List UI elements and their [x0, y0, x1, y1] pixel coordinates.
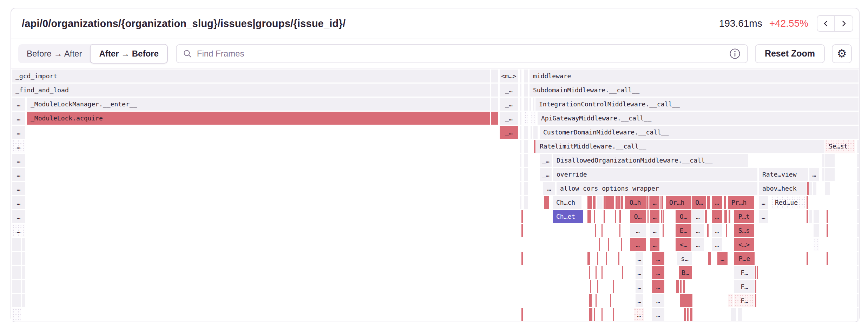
flame-frame[interactable]: …: [692, 224, 704, 237]
flame-frame[interactable]: [596, 266, 597, 279]
flame-frame[interactable]: [755, 280, 756, 293]
flame-frame[interactable]: [619, 224, 620, 237]
flame-frame[interactable]: [622, 266, 623, 279]
flame-frame[interactable]: _…: [500, 112, 518, 125]
flame-frame[interactable]: [534, 140, 535, 153]
flame-frame[interactable]: [827, 252, 828, 265]
flame-frame[interactable]: Red…ue: [771, 196, 805, 209]
flame-frame[interactable]: SubdomainMiddleware.__call__: [530, 84, 859, 97]
flame-frame[interactable]: [587, 196, 592, 209]
flame-frame[interactable]: [610, 294, 611, 307]
flame-frame[interactable]: [596, 294, 597, 307]
flame-frame[interactable]: [524, 70, 528, 83]
flame-frame[interactable]: [589, 294, 592, 307]
flame-frame[interactable]: [615, 210, 616, 223]
flame-frame[interactable]: [593, 196, 596, 209]
flame-frame[interactable]: [520, 168, 521, 181]
flame-frame[interactable]: [660, 196, 662, 209]
flame-frame[interactable]: …: [652, 308, 664, 321]
flame-frame[interactable]: [825, 182, 830, 195]
flame-frame[interactable]: <…: [676, 238, 691, 251]
flame-frame[interactable]: [807, 252, 808, 265]
flame-frame[interactable]: …: [809, 168, 819, 181]
flame-frame[interactable]: DisallowedOrganizationMiddleware.__call_…: [553, 154, 748, 167]
flame-frame[interactable]: [12, 266, 21, 279]
flame-frame[interactable]: [857, 224, 859, 237]
flame-frame[interactable]: Rate…view: [759, 168, 808, 181]
toggle-before-after[interactable]: Before → After: [18, 44, 90, 63]
flame-frame[interactable]: [857, 252, 858, 265]
flame-frame[interactable]: [521, 224, 523, 237]
flame-frame[interactable]: F…: [734, 266, 755, 279]
flame-frame[interactable]: …: [636, 252, 643, 265]
flame-frame[interactable]: [587, 210, 591, 223]
flame-frame[interactable]: O…: [692, 196, 706, 209]
flame-frame[interactable]: …: [12, 126, 25, 139]
flame-frame[interactable]: P…e: [734, 252, 755, 265]
flame-frame[interactable]: …: [543, 182, 555, 195]
flame-frame[interactable]: …: [717, 252, 728, 265]
flame-frame[interactable]: [859, 280, 859, 293]
flame-frame[interactable]: [647, 210, 649, 223]
flame-frame[interactable]: …: [630, 224, 646, 237]
flame-frame[interactable]: _ModuleLock.acquire: [27, 112, 490, 125]
flame-frame[interactable]: [683, 280, 685, 293]
flame-frame[interactable]: [520, 112, 521, 125]
flame-frame[interactable]: [859, 266, 859, 279]
flame-frame[interactable]: [12, 238, 21, 251]
flame-frame[interactable]: [857, 238, 858, 251]
flame-frame[interactable]: [618, 196, 620, 209]
flame-frame[interactable]: [857, 182, 859, 195]
flame-frame[interactable]: …: [12, 196, 25, 209]
flame-frame[interactable]: [531, 112, 536, 125]
flame-frame[interactable]: [755, 266, 756, 279]
flame-frame[interactable]: …: [636, 294, 643, 307]
flame-frame[interactable]: …: [12, 154, 25, 167]
flame-frame[interactable]: [12, 280, 21, 293]
flame-frame[interactable]: [530, 98, 531, 111]
flame-frame[interactable]: …: [12, 98, 25, 111]
flame-frame[interactable]: [731, 308, 736, 321]
flame-frame[interactable]: [857, 168, 859, 181]
flame-frame[interactable]: [524, 112, 528, 125]
flame-frame[interactable]: …: [652, 252, 664, 265]
flame-frame[interactable]: middleware: [530, 70, 859, 83]
flame-frame[interactable]: …: [636, 266, 643, 279]
flame-frame[interactable]: [520, 154, 521, 167]
flame-frame[interactable]: [22, 238, 25, 251]
flame-frame[interactable]: [22, 294, 25, 307]
flame-frame[interactable]: [618, 252, 619, 265]
flame-frame[interactable]: [807, 196, 808, 209]
flame-frame[interactable]: [524, 126, 528, 139]
flame-frame[interactable]: [587, 252, 590, 265]
info-icon[interactable]: [729, 48, 741, 60]
flame-frame[interactable]: allow_cors_options_wrapper: [557, 182, 757, 195]
flame-frame[interactable]: [594, 210, 595, 223]
flame-frame[interactable]: …: [636, 280, 643, 293]
flame-frame[interactable]: [22, 280, 25, 293]
settings-button[interactable]: ⚙: [832, 44, 852, 63]
flame-frame[interactable]: [708, 252, 711, 265]
flame-frame[interactable]: [521, 252, 523, 265]
flame-frame[interactable]: …: [650, 224, 659, 237]
flame-frame[interactable]: [520, 182, 521, 195]
flame-frame[interactable]: [524, 182, 528, 195]
flame-frame[interactable]: [524, 84, 528, 97]
flame-frame[interactable]: [680, 280, 682, 293]
flame-frame[interactable]: …: [12, 112, 25, 125]
flame-frame[interactable]: [520, 70, 521, 83]
flame-frame[interactable]: [726, 224, 727, 237]
flame-frame[interactable]: …: [12, 182, 25, 195]
flame-frame[interactable]: F…: [734, 280, 755, 293]
flame-frame[interactable]: [590, 280, 591, 293]
flame-frame[interactable]: [616, 196, 618, 209]
flame-frame[interactable]: [813, 182, 816, 195]
flame-frame[interactable]: [663, 224, 664, 237]
flame-frame[interactable]: [544, 196, 549, 209]
flame-frame[interactable]: CustomerDomainMiddleware.__call__: [540, 126, 859, 139]
flame-frame[interactable]: [597, 252, 598, 265]
flame-frame[interactable]: <…>: [734, 238, 754, 251]
flame-frame[interactable]: [491, 112, 498, 125]
flame-frame[interactable]: [12, 294, 21, 307]
flame-frame[interactable]: [705, 210, 707, 223]
